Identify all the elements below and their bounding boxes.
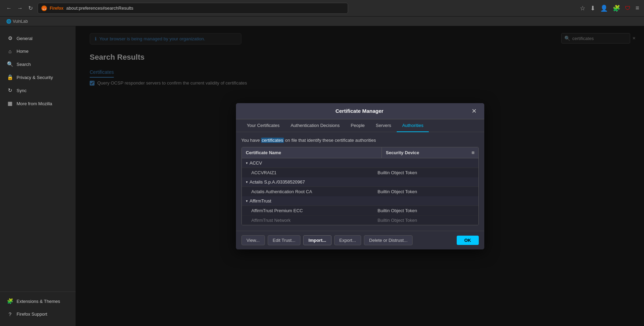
group-name: Actalis S.p.A./03358520967 [250, 179, 305, 185]
chevron-icon: ▾ [246, 161, 248, 165]
shield-icon[interactable]: 🛡 [624, 4, 631, 12]
cert-group-affirmtrust[interactable]: ▾ AffirmTrust [242, 196, 478, 206]
home-icon: ⌂ [7, 48, 13, 54]
firefox-label: Firefox [50, 6, 63, 11]
sidebar-item-support[interactable]: ? Firefox Support [0, 308, 76, 320]
sidebar-item-label: Firefox Support [17, 312, 47, 317]
sync-icon: ↻ [7, 87, 13, 93]
dialog-header: Certificate Manager ✕ [236, 103, 484, 119]
search-icon: 🔍 [7, 61, 13, 67]
chevron-icon: ▾ [246, 199, 248, 203]
dialog-body: You have certificates on file that ident… [236, 132, 484, 231]
sidebar-item-label: Privacy & Security [17, 75, 53, 80]
refresh-button[interactable]: ↻ [26, 3, 35, 13]
export-button[interactable]: Export... [334, 235, 361, 245]
bookmark-vulnlab[interactable]: 🌐 VulnLab [4, 18, 30, 24]
cert-device: Builtin Object Token [378, 170, 474, 175]
sidebar-item-label: More from Mozilla [17, 101, 52, 106]
account-icon[interactable]: 👤 [600, 4, 608, 13]
cert-device: Builtin Object Token [378, 189, 474, 194]
cert-name: AffirmTrust Premium ECC [251, 208, 378, 213]
edit-trust-button[interactable]: Edit Trust... [268, 235, 301, 245]
back-button[interactable]: ← [4, 4, 14, 13]
cert-entry-affirmtrust-premium-ecc[interactable]: AffirmTrust Premium ECC Builtin Object T… [242, 206, 478, 215]
chevron-icon: ▾ [246, 180, 248, 184]
cert-group-actalis[interactable]: ▾ Actalis S.p.A./03358520967 [242, 177, 478, 187]
cert-table-header: Certificate Name Security Device ⊞ [242, 147, 478, 158]
sidebar-item-label: Search [17, 62, 31, 67]
sidebar-item-extensions[interactable]: 🧩 Extensions & Themes [0, 295, 76, 308]
cert-name: ACCVRAIZ1 [251, 170, 378, 175]
certificate-manager-dialog: Certificate Manager ✕ Your Certificates … [236, 103, 484, 249]
ok-button[interactable]: OK [457, 236, 479, 245]
cert-entry-actalis-root[interactable]: Actalis Authentication Root CA Builtin O… [242, 187, 478, 196]
star-icon[interactable]: ☆ [579, 4, 586, 13]
cert-name: Actalis Authentication Root CA [251, 189, 378, 194]
tab-people[interactable]: People [345, 119, 370, 132]
col-header-name: Certificate Name [242, 147, 382, 158]
sidebar-item-label: Home [17, 49, 29, 54]
bookmark-bar: 🌐 VulnLab [0, 17, 644, 26]
lock-icon: 🔒 [7, 74, 13, 80]
col-header-device: Security Device ⊞ [382, 147, 478, 158]
menu-icon[interactable]: ≡ [635, 4, 640, 12]
sidebar-item-privacy[interactable]: 🔒 Privacy & Security [0, 71, 76, 84]
cert-entry-affirmtrust-network[interactable]: AffirmTrust Network Builtin Object Token [242, 215, 478, 225]
dialog-description: You have certificates on file that ident… [241, 138, 479, 143]
cert-table: Certificate Name Security Device ⊞ ▾ ACC… [241, 147, 479, 225]
dialog-overlay: Certificate Manager ✕ Your Certificates … [76, 26, 644, 326]
desc-after: on file that identify these certificate … [284, 138, 376, 143]
support-icon: ? [7, 311, 13, 317]
nav-buttons: ← → ↻ [4, 3, 35, 13]
desc-highlight: certificates [261, 138, 284, 143]
downloads-icon[interactable]: ⬇ [589, 4, 596, 13]
dialog-close-button[interactable]: ✕ [469, 107, 479, 115]
sidebar-item-label: Sync [17, 88, 27, 93]
dialog-tabs: Your Certificates Authentication Decisio… [236, 119, 484, 132]
firefox-icon: 🦊 [41, 6, 47, 11]
browser-toolbar-right: ☆ ⬇ 👤 🧩 🛡 ≡ [579, 4, 640, 13]
cert-device: Builtin Object Token [378, 218, 474, 223]
sidebar-item-sync[interactable]: ↻ Sync [0, 84, 76, 97]
gear-icon: ⚙ [7, 35, 13, 41]
sidebar-item-home[interactable]: ⌂ Home [0, 45, 76, 58]
bookmark-label: VulnLab [13, 19, 28, 24]
sidebar-item-label: General [17, 36, 32, 41]
sidebar-item-mozilla[interactable]: ▦ More from Mozilla [0, 97, 76, 110]
extensions-icon: 🧩 [7, 298, 13, 304]
forward-button[interactable]: → [15, 4, 25, 13]
main-layout: ⚙ General ⌂ Home 🔍 Search 🔒 Privacy & Se… [0, 26, 644, 326]
cert-table-body: ▾ ACCV ACCVRAIZ1 Builtin Object Token ▾ … [242, 158, 478, 225]
sidebar-item-search[interactable]: 🔍 Search [0, 58, 76, 71]
sidebar-item-general[interactable]: ⚙ General [0, 32, 76, 45]
cert-entry-accvraiz1[interactable]: ACCVRAIZ1 Builtin Object Token [242, 168, 478, 177]
sidebar-bottom: 🧩 Extensions & Themes ? Firefox Support [0, 292, 76, 320]
group-name: AffirmTrust [250, 198, 271, 204]
cert-group-accv[interactable]: ▾ ACCV [242, 158, 478, 168]
tab-authorities[interactable]: Authorities [397, 119, 429, 132]
tab-servers[interactable]: Servers [370, 119, 397, 132]
cert-name: AffirmTrust Network [251, 218, 378, 223]
address-bar[interactable]: 🦊 Firefox about:preferences#searchResult… [38, 3, 348, 14]
address-text: about:preferences#searchResults [66, 6, 133, 11]
sidebar: ⚙ General ⌂ Home 🔍 Search 🔒 Privacy & Se… [0, 26, 76, 326]
mozilla-icon: ▦ [7, 100, 13, 107]
sidebar-item-label: Extensions & Themes [17, 299, 60, 304]
content-area: 🔍 ✕ ℹ Your browser is being managed by y… [76, 26, 644, 326]
import-button[interactable]: Import... [303, 235, 331, 245]
delete-button[interactable]: Delete or Distrust... [364, 235, 413, 245]
view-button[interactable]: View... [241, 235, 265, 245]
dialog-footer: View... Edit Trust... Import... Export..… [236, 231, 484, 249]
bookmark-icon: 🌐 [6, 19, 11, 24]
resize-icon: ⊞ [472, 151, 474, 155]
dialog-title: Certificate Manager [250, 108, 469, 114]
cert-device: Builtin Object Token [378, 208, 474, 213]
dialog-footer-left: View... Edit Trust... Import... Export..… [241, 235, 454, 245]
desc-before: You have [241, 138, 261, 143]
extensions-icon[interactable]: 🧩 [612, 4, 621, 13]
group-name: ACCV [250, 160, 262, 166]
tab-your-certificates[interactable]: Your Certificates [241, 119, 285, 132]
browser-chrome: ← → ↻ 🦊 Firefox about:preferences#search… [0, 0, 644, 17]
tab-authentication-decisions[interactable]: Authentication Decisions [285, 119, 345, 132]
